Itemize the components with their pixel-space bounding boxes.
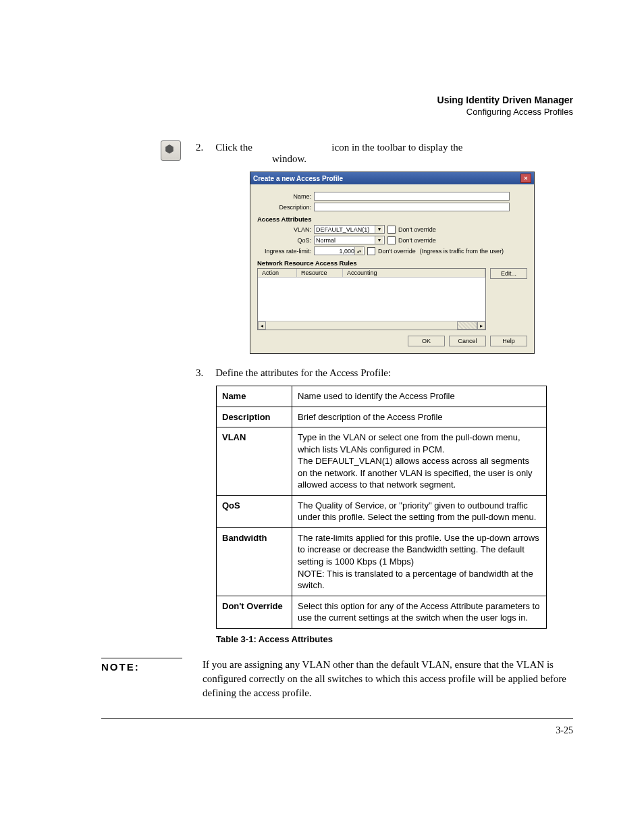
attr-name: VLAN bbox=[217, 427, 292, 496]
vlan-override-label: Don't override bbox=[398, 226, 436, 233]
qos-override-checkbox[interactable] bbox=[387, 236, 396, 244]
col-accounting: Accounting bbox=[343, 269, 485, 277]
attr-name: Name bbox=[217, 386, 292, 407]
table-row: VLANType in the VLAN or select one from … bbox=[217, 427, 547, 496]
attr-desc: Name used to identify the Access Profile bbox=[292, 386, 547, 407]
rules-list[interactable]: Action Resource Accounting ◂ ▸ bbox=[257, 268, 486, 330]
close-icon[interactable]: × bbox=[520, 174, 531, 183]
attr-desc: The Quality of Service, or "priority" gi… bbox=[292, 495, 547, 527]
table-caption: Table 3-1: Access Attributes bbox=[216, 634, 573, 644]
attr-name: Description bbox=[217, 407, 292, 427]
table-row: Don't OverrideSelect this option for any… bbox=[217, 596, 547, 628]
name-input[interactable] bbox=[314, 192, 510, 201]
vlan-label: VLAN: bbox=[257, 226, 311, 233]
access-attributes-heading: Access Attributes bbox=[257, 215, 527, 223]
table-row: NameName used to identify the Access Pro… bbox=[217, 386, 547, 407]
attr-desc: Select this option for any of the Access… bbox=[292, 596, 547, 628]
qos-override-label: Don't override bbox=[398, 237, 436, 244]
table-row: DescriptionBrief description of the Acce… bbox=[217, 407, 547, 427]
table-row: BandwidthThe rate-limits applied for thi… bbox=[217, 527, 547, 596]
dialog-title: Create a new Access Profile bbox=[253, 175, 343, 182]
rate-override-label: Don't override bbox=[378, 248, 416, 255]
note-label: NOTE: bbox=[101, 658, 182, 673]
footer-rule bbox=[101, 718, 573, 719]
name-label: Name: bbox=[257, 193, 311, 200]
create-access-profile-dialog: Create a new Access Profile × Name: Desc… bbox=[250, 172, 535, 354]
new-profile-toolbar-icon bbox=[161, 140, 181, 161]
table-row: QoSThe Quality of Service, or "priority"… bbox=[217, 495, 547, 527]
dialog-titlebar: Create a new Access Profile × bbox=[250, 172, 534, 184]
description-label: Description: bbox=[257, 204, 311, 211]
scroll-left-icon[interactable]: ◂ bbox=[258, 321, 266, 330]
page-header: Using Identity Driven Manager Configurin… bbox=[437, 95, 573, 117]
description-input[interactable] bbox=[314, 203, 510, 211]
note-text: If you are assigning any VLAN other than… bbox=[203, 658, 573, 700]
attr-desc: Brief description of the Access Profile bbox=[292, 407, 547, 427]
attr-desc: Type in the VLAN or select one from the … bbox=[292, 427, 547, 496]
note-block: NOTE: If you are assigning any VLAN othe… bbox=[101, 658, 573, 700]
edit-button[interactable]: Edit... bbox=[490, 268, 527, 279]
header-subtitle: Configuring Access Profiles bbox=[437, 107, 573, 117]
qos-combo[interactable]: Normal bbox=[314, 236, 385, 244]
step-text: Define the attributes for the Access Pro… bbox=[215, 367, 391, 379]
scroll-right-icon[interactable]: ▸ bbox=[477, 321, 485, 330]
attr-desc: The rate-limits applied for this profile… bbox=[292, 527, 547, 596]
vlan-combo[interactable]: DEFAULT_VLAN(1) bbox=[314, 225, 385, 234]
ok-button[interactable]: OK bbox=[408, 336, 445, 346]
attr-name: Don't Override bbox=[217, 596, 292, 628]
rate-limit-spinner[interactable]: 1,000 bbox=[314, 246, 365, 255]
attr-name: Bandwidth bbox=[217, 527, 292, 596]
cancel-button[interactable]: Cancel bbox=[449, 336, 486, 346]
attr-name: QoS bbox=[217, 495, 292, 527]
col-resource: Resource bbox=[297, 269, 343, 277]
col-action: Action bbox=[258, 269, 297, 277]
horizontal-scrollbar[interactable]: ◂ ▸ bbox=[258, 321, 485, 330]
rate-limit-label: Ingress rate-limit: bbox=[257, 248, 311, 255]
page-number: 3-25 bbox=[101, 725, 573, 736]
vlan-override-checkbox[interactable] bbox=[387, 226, 396, 234]
step-2: 2. Click the icon in the toolbar to disp… bbox=[196, 142, 573, 165]
rules-heading: Network Resource Access Rules bbox=[257, 259, 527, 267]
step-number: 2. bbox=[196, 142, 203, 153]
step-3: 3. Define the attributes for the Access … bbox=[196, 367, 573, 379]
step-number: 3. bbox=[196, 367, 203, 379]
step-text: Click the icon in the toolbar to display… bbox=[215, 142, 462, 165]
qos-label: QoS: bbox=[257, 237, 311, 244]
help-button[interactable]: Help bbox=[490, 336, 527, 346]
header-title: Using Identity Driven Manager bbox=[437, 95, 573, 105]
rate-hint: (Ingress is traffic from the user) bbox=[420, 248, 504, 255]
rate-override-checkbox[interactable] bbox=[367, 247, 375, 255]
access-attributes-table: NameName used to identify the Access Pro… bbox=[216, 386, 547, 629]
